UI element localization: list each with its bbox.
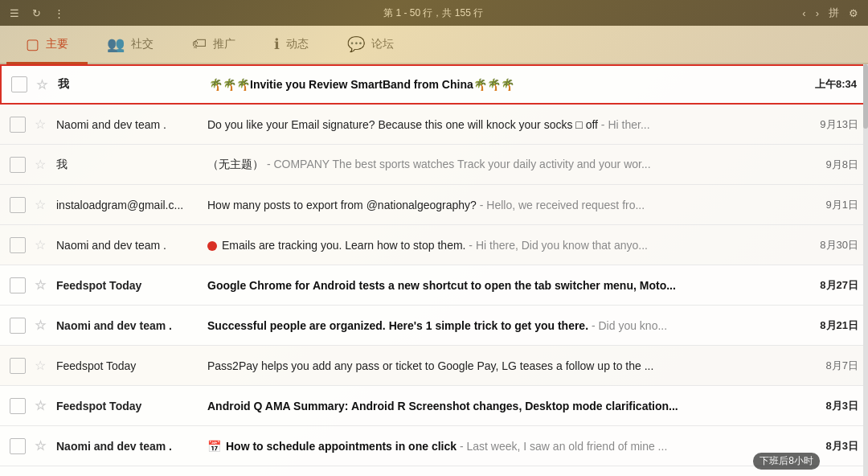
email-star-icon[interactable]: ☆ [32,117,48,132]
email-sender: Naomi and dev team . [56,118,201,131]
email-star-icon[interactable]: ☆ [32,197,48,212]
email-date: 8月7日 [810,359,858,373]
email-checkbox[interactable] [11,76,27,92]
email-checkbox[interactable] [10,438,26,454]
email-subject: How many posts to export from @nationalg… [207,199,477,211]
email-date: 8月30日 [810,238,858,252]
email-row[interactable]: ☆Naomi and dev team .Do you like your Em… [0,105,868,145]
scrollbar-thumb[interactable] [863,64,868,129]
email-star-icon[interactable]: ☆ [32,157,48,172]
watermark: 下班后8小时 [753,453,820,470]
calendar-icon: 📅 [207,440,221,453]
email-star-icon[interactable]: ☆ [32,358,48,373]
email-sender: Naomi and dev team . [56,319,201,332]
email-subject: Emails are tracking you. Learn how to st… [222,239,465,252]
email-star-icon[interactable]: ☆ [32,438,48,453]
email-row[interactable]: ☆我（无主题） - COMPANY The best sports watche… [0,145,868,185]
email-sender: Feedspot Today [56,279,201,292]
email-star-icon[interactable]: ☆ [32,318,48,333]
dot-indicator-icon [207,241,217,251]
email-content: How many posts to export from @nationalg… [201,199,804,211]
email-row[interactable]: ☆Naomi and dev team .Preview your emails… [0,466,868,476]
email-row[interactable]: ☆Naomi and dev team .Successful people a… [0,306,868,346]
email-checkbox[interactable] [10,318,26,334]
email-preview: - COMPANY The best sports watches Track … [264,158,651,170]
email-sender: 我 [56,158,201,172]
email-star-icon[interactable]: ☆ [34,77,50,92]
email-star-icon[interactable]: ☆ [32,237,48,252]
email-content: Do you like your Email signature? Becaus… [201,118,804,131]
email-date: 上午8:34 [809,77,857,92]
email-checkbox[interactable] [10,277,26,293]
email-content: Android Q AMA Summary: Android R Screens… [201,400,804,412]
email-date: 8月27日 [810,278,858,293]
email-checkbox[interactable] [10,358,26,374]
email-list: ☆我🌴🌴🌴Invitie you Review SmartBand from C… [0,64,868,476]
email-subject: Android Q AMA Summary: Android R Screens… [207,400,678,412]
email-sender: Feedspot Today [56,400,201,412]
email-content: Successful people are organized. Here's … [201,319,804,332]
email-checkbox[interactable] [10,117,26,133]
email-date: 8月21日 [810,318,858,333]
email-subject: Google Chrome for Android tests a new sh… [207,279,676,292]
scrollbar-track[interactable] [863,64,868,476]
email-row[interactable]: ☆instaloadgram@gmail.c...How many posts … [0,185,868,225]
email-star-icon[interactable]: ☆ [32,398,48,413]
email-checkbox[interactable] [10,197,26,213]
email-checkbox[interactable] [10,157,26,173]
email-sender: instaloadgram@gmail.c... [56,199,201,211]
email-subject: Successful people are organized. Here's … [207,319,588,332]
email-sender: Feedspot Today [56,359,201,372]
email-star-icon[interactable]: ☆ [32,277,48,293]
email-date: 9月1日 [810,198,858,212]
email-content: Google Chrome for Android tests a new sh… [201,279,804,292]
email-preview: - Last week, I saw an old friend of mine… [457,440,667,453]
email-row[interactable]: ☆Naomi and dev team .📅How to schedule ap… [0,426,868,466]
email-subject: Pass2Pay helps you add any pass or ticke… [207,359,653,372]
email-content: Pass2Pay helps you add any pass or ticke… [201,359,804,372]
email-content: Emails are tracking you. Learn how to st… [201,239,804,252]
email-row[interactable]: ☆Feedspot TodayPass2Pay helps you add an… [0,346,868,386]
email-date: 8月3日 [810,399,858,413]
email-checkbox[interactable] [10,237,26,253]
email-row[interactable]: ☆Feedspot TodayAndroid Q AMA Summary: An… [0,386,868,426]
email-preview: - Hello, we received request fro... [477,199,645,211]
email-sender: 我 [58,77,203,92]
email-date: 9月8日 [810,158,858,172]
email-date: 8月3日 [810,439,858,453]
email-subject: （无主题） [207,158,264,170]
email-content: 🌴🌴🌴Invitie you Review SmartBand from Chi… [203,78,802,91]
email-preview: - Hi there, Did you know that anyo... [465,239,647,252]
email-content: （无主题） - COMPANY The best sports watches … [201,158,804,172]
email-preview: - Hi ther... [598,118,650,131]
email-row[interactable]: ☆Naomi and dev team .Emails are tracking… [0,225,868,265]
email-subject: 🌴🌴🌴Invitie you Review SmartBand from Chi… [209,78,514,91]
email-content: 📅How to schedule appointments in one cli… [201,440,804,453]
email-subject: How to schedule appointments in one clic… [226,440,457,453]
email-subject: Do you like your Email signature? Becaus… [207,118,598,131]
email-preview: - Did you kno... [588,319,667,332]
email-checkbox[interactable] [10,398,26,414]
email-sender: Naomi and dev team . [56,239,201,252]
email-date: 9月13日 [810,117,858,132]
email-sender: Naomi and dev team . [56,440,201,453]
email-row[interactable]: ☆我🌴🌴🌴Invitie you Review SmartBand from C… [0,64,868,105]
email-row[interactable]: ☆Feedspot TodayGoogle Chrome for Android… [0,265,868,306]
